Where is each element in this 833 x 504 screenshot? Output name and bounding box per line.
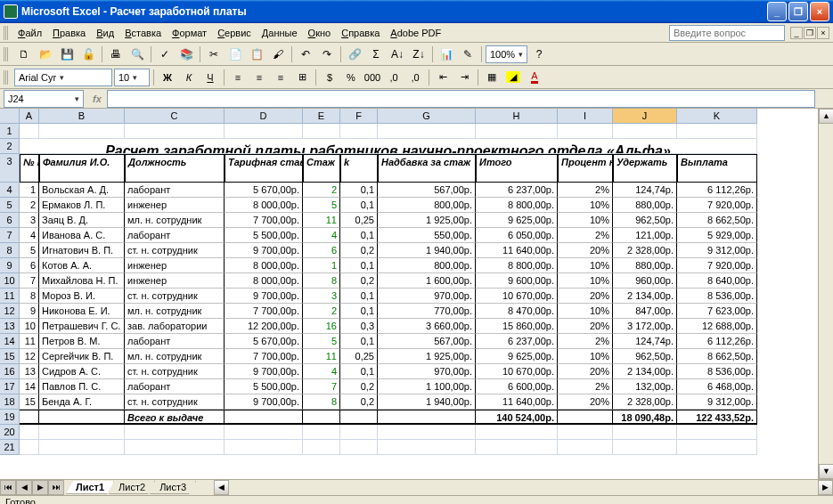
row-header-6[interactable]: 6 bbox=[0, 213, 20, 228]
cell[interactable] bbox=[225, 124, 303, 139]
col-header-C[interactable]: C bbox=[125, 109, 225, 124]
sort-desc-button[interactable]: Z↓ bbox=[409, 45, 429, 64]
table-cell[interactable]: 7 700,00р. bbox=[225, 213, 303, 228]
table-cell[interactable]: 4 bbox=[20, 228, 39, 243]
bold-button[interactable]: Ж bbox=[158, 68, 177, 87]
table-cell[interactable]: 1 940,00р. bbox=[378, 394, 476, 410]
table-cell[interactable]: 847,00р. bbox=[613, 304, 677, 319]
col-header-H[interactable]: H bbox=[476, 109, 558, 124]
new-button[interactable]: 🗋 bbox=[14, 45, 34, 64]
row-header-19[interactable]: 19 bbox=[0, 410, 20, 425]
table-cell[interactable]: 2 bbox=[303, 304, 340, 319]
increase-decimal-button[interactable]: ,0 bbox=[384, 68, 404, 87]
table-cell[interactable]: 8 800,00р. bbox=[476, 198, 558, 213]
print-button[interactable]: 🖶 bbox=[106, 45, 126, 64]
table-cell[interactable]: 11 640,00р. bbox=[476, 394, 558, 410]
menu-вид[interactable]: Вид bbox=[91, 26, 119, 40]
table-cell[interactable]: 9 700,00р. bbox=[225, 394, 303, 410]
table-cell[interactable]: 8 640,00р. bbox=[677, 273, 757, 289]
cell[interactable] bbox=[677, 124, 757, 139]
table-cell[interactable]: 5 500,00р. bbox=[225, 379, 303, 394]
table-cell[interactable]: 8 800,00р. bbox=[476, 258, 558, 273]
table-cell[interactable]: 880,00р. bbox=[613, 258, 677, 273]
table-cell[interactable]: 1 925,00р. bbox=[378, 349, 476, 364]
table-cell[interactable]: мл. н. сотрудник bbox=[125, 304, 225, 319]
table-cell[interactable]: 8 536,00р. bbox=[677, 289, 757, 304]
format-toolbar-handle[interactable] bbox=[4, 70, 9, 85]
cell[interactable] bbox=[613, 124, 677, 139]
table-cell[interactable]: Михайлова Н. П. bbox=[39, 273, 125, 289]
table-cell[interactable]: 6 600,00р. bbox=[476, 379, 558, 394]
totals-cell[interactable]: 140 524,00р. bbox=[476, 410, 558, 425]
table-cell[interactable]: 6 468,00р. bbox=[677, 379, 757, 394]
table-cell[interactable]: 12 bbox=[20, 349, 39, 364]
table-cell[interactable]: 962,50р. bbox=[613, 349, 677, 364]
table-cell[interactable]: зав. лаборатории bbox=[125, 319, 225, 334]
table-cell[interactable]: 0,1 bbox=[340, 183, 378, 198]
table-cell[interactable]: Петров В. М. bbox=[39, 334, 125, 349]
totals-cell[interactable]: 18 090,48р. bbox=[613, 410, 677, 425]
table-cell[interactable]: 8 000,00р. bbox=[225, 198, 303, 213]
table-cell[interactable]: 10 bbox=[20, 319, 39, 334]
table-cell[interactable]: 880,00р. bbox=[613, 198, 677, 213]
table-cell[interactable]: 10% bbox=[558, 213, 613, 228]
cell[interactable] bbox=[677, 425, 757, 440]
vertical-scrollbar[interactable]: ▲ ▼ bbox=[818, 109, 833, 479]
table-cell[interactable]: 20% bbox=[558, 394, 613, 410]
cell[interactable] bbox=[125, 425, 225, 440]
italic-button[interactable]: К bbox=[179, 68, 199, 87]
totals-cell[interactable] bbox=[303, 410, 340, 425]
cell[interactable] bbox=[558, 124, 613, 139]
table-cell[interactable]: 962,50р. bbox=[613, 213, 677, 228]
totals-cell[interactable] bbox=[558, 410, 613, 425]
percent-button[interactable]: % bbox=[341, 68, 361, 87]
table-cell[interactable]: 10% bbox=[558, 349, 613, 364]
totals-cell[interactable] bbox=[340, 410, 378, 425]
align-right-button[interactable]: ≡ bbox=[271, 68, 290, 87]
col-header-D[interactable]: D bbox=[225, 109, 303, 124]
table-cell[interactable]: 8 536,00р. bbox=[677, 364, 757, 379]
row-header-18[interactable]: 18 bbox=[0, 394, 20, 410]
table-cell[interactable]: 8 662,50р. bbox=[677, 213, 757, 228]
table-cell[interactable]: 3 660,00р. bbox=[378, 319, 476, 334]
row-header-16[interactable]: 16 bbox=[0, 364, 20, 379]
table-cell[interactable]: 6 237,00р. bbox=[476, 183, 558, 198]
table-cell[interactable]: инженер bbox=[125, 198, 225, 213]
cell[interactable] bbox=[476, 124, 558, 139]
totals-cell[interactable] bbox=[378, 410, 476, 425]
font-name-combo[interactable]: Arial Cyr bbox=[14, 69, 112, 86]
minimize-button[interactable]: _ bbox=[767, 2, 787, 21]
zoom-combo[interactable]: 100% bbox=[486, 45, 527, 63]
table-cell[interactable]: 9 bbox=[20, 304, 39, 319]
table-cell[interactable]: 960,00р. bbox=[613, 273, 677, 289]
cell[interactable] bbox=[125, 124, 225, 139]
table-cell[interactable]: Петрашевич Г. С. bbox=[39, 319, 125, 334]
table-cell[interactable]: 15 bbox=[20, 394, 39, 410]
table-cell[interactable]: 2 bbox=[20, 198, 39, 213]
table-cell[interactable]: 9 625,00р. bbox=[476, 349, 558, 364]
row-header-13[interactable]: 13 bbox=[0, 319, 20, 334]
table-cell[interactable]: 5 bbox=[20, 243, 39, 258]
table-cell[interactable]: 4 bbox=[303, 228, 340, 243]
menu-adobe pdf[interactable]: Adobe PDF bbox=[385, 26, 446, 40]
col-header-B[interactable]: B bbox=[39, 109, 125, 124]
table-cell[interactable]: 7 700,00р. bbox=[225, 349, 303, 364]
row-header-14[interactable]: 14 bbox=[0, 334, 20, 349]
col-header-A[interactable]: A bbox=[20, 109, 39, 124]
table-cell[interactable]: 5 bbox=[303, 198, 340, 213]
worksheet-area[interactable]: ABCDEFGHIJK12Расчет заработной платы раб… bbox=[0, 109, 833, 479]
row-header-21[interactable]: 21 bbox=[0, 440, 20, 455]
menu-правка[interactable]: Правка bbox=[47, 26, 91, 40]
cell[interactable] bbox=[677, 440, 757, 455]
paste-button[interactable]: 📋 bbox=[247, 45, 266, 64]
table-cell[interactable]: Никонова Е. И. bbox=[39, 304, 125, 319]
cell[interactable] bbox=[558, 425, 613, 440]
table-cell[interactable]: 970,00р. bbox=[378, 289, 476, 304]
table-cell[interactable]: 5 929,00р. bbox=[677, 228, 757, 243]
table-cell[interactable]: 12 688,00р. bbox=[677, 319, 757, 334]
cell[interactable] bbox=[303, 440, 340, 455]
row-header-12[interactable]: 12 bbox=[0, 304, 20, 319]
table-cell[interactable]: 1 bbox=[20, 183, 39, 198]
cell[interactable] bbox=[378, 440, 476, 455]
row-header-8[interactable]: 8 bbox=[0, 243, 20, 258]
